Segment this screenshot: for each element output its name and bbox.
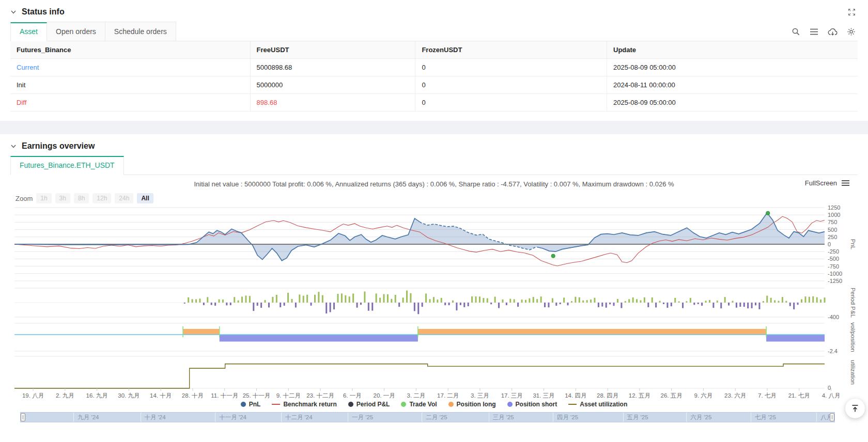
svg-text:-400: -400 [828, 314, 839, 320]
navigator-gridline [73, 413, 74, 422]
legend-marker [507, 402, 513, 407]
zoom-button-12h[interactable]: 12h [92, 193, 111, 203]
svg-text:-500: -500 [828, 256, 839, 262]
tab-label: Futures_Binance.ETH_USDT [20, 161, 115, 169]
svg-text:Period P&L: Period P&L [850, 288, 856, 318]
asset-table: Futures_BinanceFreeUSDTFrozenUSDTUpdate … [10, 41, 858, 112]
navigator-handle-left[interactable] [21, 413, 25, 421]
navigator-month-label: 一月 '25 [352, 414, 373, 421]
zoom-button-1h[interactable]: 1h [36, 193, 51, 203]
table-row-init: Init500000002024-08-11 00:00:00 [10, 76, 858, 94]
navigator-gridline [348, 413, 348, 422]
chart-navigator[interactable]: 九月 '24十月 '24十一月 '24十二月 '24一月 '25二月 '25三月… [20, 412, 835, 422]
svg-text:1250: 1250 [828, 204, 840, 211]
svg-text:7. 七月: 7. 七月 [758, 392, 777, 399]
legend-label: Trade Vol [409, 401, 437, 408]
fullscreen-button[interactable]: FullScreen [805, 179, 849, 187]
zoom-button-8h[interactable]: 8h [74, 193, 89, 203]
legend-pnl[interactable]: PnL [241, 401, 261, 408]
status-info-header: Status info [10, 7, 858, 17]
svg-text:26. 五月: 26. 五月 [661, 392, 683, 399]
svg-text:17. 三月: 17. 三月 [501, 392, 523, 399]
legend-label: Asset utilization [580, 401, 627, 408]
zoom-button-3h[interactable]: 3h [55, 193, 70, 203]
svg-text:utilization: utilization [850, 360, 856, 385]
earnings-tabs: Futures_Binance.ETH_USDT [10, 156, 858, 175]
svg-text:9. 六月: 9. 六月 [694, 392, 713, 399]
svg-text:31. 三月: 31. 三月 [533, 392, 554, 399]
legend-marker [448, 402, 454, 407]
navigator-month-label: 十一月 '24 [219, 414, 246, 421]
legend-label: Position short [516, 401, 557, 408]
navigator-month-label: 二月 '25 [426, 414, 447, 421]
svg-text:-750: -750 [828, 263, 839, 270]
svg-text:0: 0 [828, 241, 831, 247]
expand-icon[interactable] [848, 8, 856, 18]
legend-label: Period P&L [357, 401, 390, 408]
svg-text:3. 三月: 3. 三月 [471, 392, 489, 399]
svg-text:500: 500 [828, 227, 837, 233]
fullscreen-label: FullScreen [805, 179, 837, 187]
navigator-gridline [623, 413, 624, 422]
table-row-current: Current5000898.6802025-08-09 05:00:00 [10, 59, 858, 76]
svg-text:-1250: -1250 [828, 278, 842, 284]
legend-benchmark-return[interactable]: Benchmark return [272, 401, 336, 408]
tab-schedule-orders[interactable]: Schedule orders [105, 22, 176, 41]
chart-legend: PnLBenchmark returnPeriod P&LTrade VolPo… [10, 401, 858, 408]
back-to-top-button[interactable] [845, 399, 865, 418]
svg-text:12. 五月: 12. 五月 [629, 392, 650, 399]
legend-position-short[interactable]: Position short [507, 401, 557, 408]
zoom-button-all[interactable]: All [137, 193, 153, 203]
tab-open-orders[interactable]: Open orders [47, 22, 105, 41]
column-header-frozenusdt: FrozenUSDT [415, 41, 607, 59]
table-row-diff: Diff898.6802025-08-09 05:00:00 [10, 94, 858, 112]
back-to-top-icon [850, 404, 860, 413]
section-divider [0, 121, 868, 134]
cloud-download-icon[interactable] [828, 28, 838, 36]
cell-frozenusdt: 0 [415, 76, 607, 94]
svg-text:3. 二月: 3. 二月 [407, 392, 426, 399]
legend-marker [401, 402, 406, 407]
legend-period-p-l[interactable]: Period P&L [348, 401, 390, 408]
cell-futures-binance[interactable]: Current [10, 59, 250, 76]
chevron-down-icon[interactable] [10, 143, 17, 149]
legend-marker [272, 404, 280, 405]
legend-position-long[interactable]: Position long [448, 401, 496, 408]
legend-label: Position long [457, 401, 496, 408]
legend-trade-vol[interactable]: Trade Vol [401, 401, 437, 408]
svg-text:28. 四月: 28. 四月 [597, 392, 618, 399]
legend-label: Benchmark return [283, 401, 336, 408]
svg-text:-2.4: -2.4 [828, 348, 838, 354]
legend-asset-utilization[interactable]: Asset utilization [568, 401, 627, 408]
cell-freeusdt: 898.68 [250, 94, 415, 112]
svg-text:14. 四月: 14. 四月 [565, 392, 586, 399]
svg-text:30. 九月: 30. 九月 [118, 392, 140, 399]
tab-asset[interactable]: Asset [10, 22, 47, 41]
svg-text:vol/position: vol/position [850, 322, 856, 352]
svg-text:1000: 1000 [828, 212, 840, 218]
svg-text:28. 十月: 28. 十月 [182, 392, 204, 399]
svg-text:16. 九月: 16. 九月 [86, 392, 108, 399]
column-header-freeusdt: FreeUSDT [250, 41, 415, 59]
navigator-month-label: 六月 '25 [690, 414, 711, 421]
chevron-down-icon[interactable] [10, 9, 17, 15]
navigator-handle-right[interactable] [830, 413, 834, 421]
tab-futures-binance-eth-usdt[interactable]: Futures_Binance.ETH_USDT [10, 156, 124, 175]
zoom-button-24h[interactable]: 24h [115, 193, 133, 203]
legend-marker [568, 404, 577, 405]
legend-label: PnL [249, 401, 261, 408]
navigator-month-label: 七月 '25 [755, 414, 776, 421]
navigator-gridline [816, 413, 817, 422]
cell-futures-binance: Diff [10, 94, 250, 112]
svg-text:-1000: -1000 [828, 271, 842, 277]
svg-text:23. 十二月: 23. 十二月 [306, 392, 334, 399]
context-menu-icon [842, 180, 849, 186]
menu-icon[interactable] [810, 28, 818, 36]
search-icon[interactable] [792, 27, 800, 36]
cell-update: 2025-08-09 05:00:00 [607, 59, 858, 76]
svg-text:9. 十二月: 9. 十二月 [276, 392, 301, 399]
navigator-gridline [215, 413, 215, 422]
earnings-chart[interactable]: 125010007505002500-250-500-750-1000-1250… [10, 204, 858, 403]
gear-icon[interactable] [847, 27, 856, 36]
navigator-month-label: 十月 '24 [144, 414, 165, 421]
